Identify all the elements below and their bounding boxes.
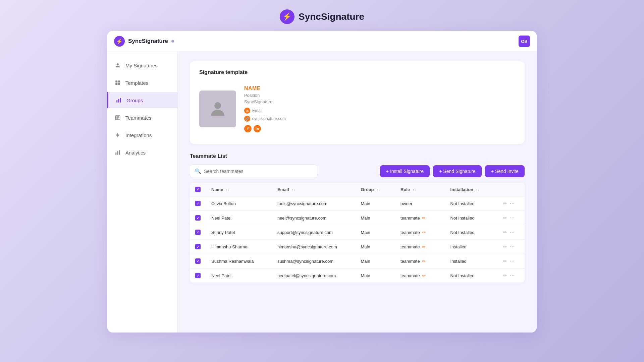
email-icon: ✉ bbox=[244, 108, 250, 114]
table-body: ✓ Olivia Bolton tools@syncsignature.com … bbox=[190, 196, 525, 283]
teammate-list-title: Teammate List bbox=[190, 153, 525, 159]
row-actions-4: ✏ ⋯ bbox=[498, 240, 525, 254]
edit-icon-5[interactable]: ✏ bbox=[503, 258, 507, 264]
row-role-2: teammate ✏ bbox=[395, 211, 445, 225]
app-brand-name: SyncSignature bbox=[128, 38, 168, 45]
group-sort-icon[interactable]: ↑↓ bbox=[376, 188, 380, 192]
row-installation-2: Not Installed bbox=[445, 211, 498, 225]
row-installation-3: Not Installed bbox=[445, 225, 498, 240]
teammate-table: ✓ Name ↑↓ Email ↑↓ bbox=[190, 183, 525, 283]
sidebar-item-analytics[interactable]: Analytics bbox=[107, 144, 177, 161]
edit-icon-3[interactable]: ✏ bbox=[503, 230, 507, 235]
row-role-6: teammate ✏ bbox=[395, 268, 445, 283]
signature-avatar-placeholder bbox=[199, 90, 236, 127]
bar-chart-icon bbox=[115, 97, 122, 104]
row-email-4: himanshu@syncsignature.com bbox=[272, 240, 356, 254]
send-signature-button[interactable]: + Send Signature bbox=[433, 165, 482, 177]
select-all-checkbox[interactable]: ✓ bbox=[195, 187, 201, 192]
more-icon-3[interactable]: ⋯ bbox=[510, 230, 515, 235]
search-input[interactable] bbox=[204, 169, 312, 174]
row-group-4: Main bbox=[356, 240, 395, 254]
th-email: Email ↑↓ bbox=[272, 183, 356, 196]
row-installation-6: Not Installed bbox=[445, 268, 498, 283]
avatar-icon bbox=[208, 99, 228, 119]
signature-template-card: Signature template NAME Position SyncSig… bbox=[190, 61, 525, 144]
th-installation: Installation ↑↓ bbox=[445, 183, 498, 196]
sidebar-label-templates: Templates bbox=[125, 80, 148, 86]
row-checkbox-1[interactable]: ✓ bbox=[195, 201, 201, 206]
sidebar-label-analytics: Analytics bbox=[125, 150, 146, 156]
app-status-dot bbox=[171, 40, 174, 43]
edit-icon-2[interactable]: ✏ bbox=[503, 215, 507, 221]
more-icon-5[interactable]: ⋯ bbox=[510, 258, 515, 264]
edit-icon-1[interactable]: ✏ bbox=[503, 201, 507, 206]
svg-rect-1 bbox=[115, 80, 117, 82]
edit-role-icon-3[interactable]: ✏ bbox=[422, 230, 426, 235]
svg-rect-2 bbox=[118, 80, 120, 82]
table-row: ✓ Sunny Patel support@syncsignature.com … bbox=[190, 225, 525, 240]
svg-point-0 bbox=[117, 63, 119, 65]
row-checkbox-5[interactable]: ✓ bbox=[195, 258, 201, 264]
row-installation-1: Not Installed bbox=[445, 196, 498, 211]
top-header: ⚡ SyncSignature bbox=[0, 0, 644, 31]
svg-rect-6 bbox=[118, 99, 119, 103]
sidebar: My Signatures Templates Groups Teammates bbox=[107, 52, 178, 333]
edit-role-icon-6[interactable]: ✏ bbox=[422, 273, 426, 278]
edit-role-icon-2[interactable]: ✏ bbox=[422, 216, 426, 221]
sidebar-item-groups[interactable]: Groups bbox=[107, 92, 177, 108]
signature-email-row: ✉ Email bbox=[244, 108, 286, 114]
lightning-icon bbox=[114, 131, 121, 139]
sidebar-item-my-signatures[interactable]: My Signatures bbox=[107, 57, 177, 73]
teammate-list-section: Teammate List 🔍 + Install Signature + Se… bbox=[190, 153, 525, 283]
table-row: ✓ Himanshu Sharma himanshu@syncsignature… bbox=[190, 240, 525, 254]
more-icon-6[interactable]: ⋯ bbox=[510, 273, 515, 278]
svg-rect-7 bbox=[120, 98, 121, 103]
svg-rect-4 bbox=[118, 83, 120, 85]
row-checkbox-3[interactable]: ✓ bbox=[195, 230, 201, 235]
signature-name: NAME bbox=[244, 85, 286, 92]
name-sort-icon[interactable]: ↑↓ bbox=[226, 188, 229, 192]
more-icon-2[interactable]: ⋯ bbox=[510, 215, 515, 221]
person-icon bbox=[114, 62, 121, 69]
row-email-3: support@syncsignature.com bbox=[272, 225, 356, 240]
role-sort-icon[interactable]: ↑↓ bbox=[413, 188, 416, 192]
send-invite-button[interactable]: + Send Invite bbox=[485, 165, 525, 177]
th-actions bbox=[498, 183, 525, 196]
user-avatar[interactable]: OB bbox=[519, 36, 530, 47]
edit-role-icon-4[interactable]: ✏ bbox=[422, 244, 426, 249]
edit-role-icon-5[interactable]: ✏ bbox=[422, 259, 426, 264]
row-checkbox-4[interactable]: ✓ bbox=[195, 244, 201, 249]
row-checkbox-2[interactable]: ✓ bbox=[195, 215, 201, 221]
svg-rect-13 bbox=[117, 151, 118, 155]
row-check-cell: ✓ bbox=[190, 254, 206, 268]
table-row: ✓ Sushma Reshamwala sushma@syncsignature… bbox=[190, 254, 525, 268]
row-role-3: teammate ✏ bbox=[395, 225, 445, 240]
th-group: Group ↑↓ bbox=[356, 183, 395, 196]
th-check: ✓ bbox=[190, 183, 206, 196]
row-actions-2: ✏ ⋯ bbox=[498, 211, 525, 225]
more-icon-1[interactable]: ⋯ bbox=[510, 201, 515, 206]
sidebar-item-teammates[interactable]: Teammates bbox=[107, 110, 177, 126]
app-body: My Signatures Templates Groups Teammates bbox=[107, 52, 537, 333]
install-signature-button[interactable]: + Install Signature bbox=[380, 165, 430, 177]
signature-website: syncsignature.com bbox=[252, 116, 286, 121]
row-group-1: Main bbox=[356, 196, 395, 211]
app-brand-icon: ⚡ bbox=[114, 36, 125, 47]
edit-icon-4[interactable]: ✏ bbox=[503, 244, 507, 249]
row-name-6: Neel Patel bbox=[206, 268, 272, 283]
search-box: 🔍 bbox=[190, 165, 317, 178]
sidebar-item-integrations[interactable]: Integrations bbox=[107, 127, 177, 143]
row-name-4: Himanshu Sharma bbox=[206, 240, 272, 254]
more-icon-4[interactable]: ⋯ bbox=[510, 244, 515, 249]
top-logo-text: SyncSignature bbox=[299, 11, 364, 22]
email-sort-icon[interactable]: ↑↓ bbox=[291, 188, 295, 192]
edit-icon-6[interactable]: ✏ bbox=[503, 273, 507, 278]
sidebar-item-templates[interactable]: Templates bbox=[107, 75, 177, 91]
row-installation-5: Installed bbox=[445, 254, 498, 268]
svg-rect-5 bbox=[116, 100, 117, 103]
list-toolbar: 🔍 + Install Signature + Send Signature +… bbox=[190, 165, 525, 178]
row-checkbox-6[interactable]: ✓ bbox=[195, 273, 201, 278]
installation-sort-icon[interactable]: ↑↓ bbox=[476, 188, 480, 192]
signature-template-title: Signature template bbox=[199, 69, 515, 75]
row-email-6: neelpatel@syncsignature.com bbox=[272, 268, 356, 283]
